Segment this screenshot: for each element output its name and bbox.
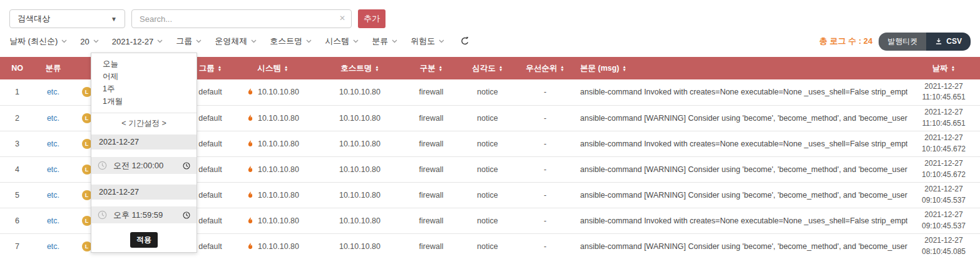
filter-date[interactable]: 2021-12-27 [112,37,163,46]
cell-system: 10.10.10.80 [230,233,316,259]
filter-hostname[interactable]: 호스트명 [270,36,312,47]
search-target-select[interactable]: 검색대상 ▼ [9,9,125,28]
chevron-down-icon [353,39,359,43]
filter-risk[interactable]: 위험도 [411,36,444,47]
chevron-down-icon [392,39,397,43]
cell-category: etc. [34,208,72,233]
filter-page-size[interactable]: 20 [80,37,98,46]
quick-option-week[interactable]: 1주 [91,82,197,94]
cell-date: 2021-12-2709:10:45.537 [907,208,980,233]
csv-download-button[interactable]: CSV [926,33,971,51]
cell-category: etc. [34,233,72,259]
chevron-down-icon [251,39,257,43]
cell-no: 4 [0,156,34,182]
filter-os[interactable]: 운영체제 [215,36,257,47]
filter-sort-date[interactable]: 날짜 (최신순) [9,36,67,47]
cell-category: etc. [34,182,72,208]
cell-type: firewall [404,79,459,105]
time-picker-icon[interactable] [183,211,190,219]
start-time-value: 오전 12:00:00 [113,160,163,171]
col-header-type[interactable]: 구분▲▼ [404,57,459,79]
start-date-input[interactable]: 2021-12-27 [91,135,197,150]
cell-date: 2021-12-2708:10:45.085 [907,233,980,259]
cell-system: 10.10.10.80 [230,182,316,208]
col-header-priority[interactable]: 우선순위▲▼ [516,57,574,79]
end-date-input[interactable]: 2021-12-27 [91,185,197,200]
category-link[interactable]: etc. [47,88,59,96]
category-link[interactable]: etc. [47,242,59,251]
chevron-down-icon [157,39,163,43]
filter-category[interactable]: 분류 [372,36,397,47]
cell-category: etc. [34,79,72,105]
quick-option-yesterday[interactable]: 어제 [91,69,197,82]
cell-priority: - [516,156,574,182]
flame-icon [247,191,254,200]
category-link[interactable]: etc. [47,165,59,174]
col-header-date[interactable]: 날짜▲▼ [907,57,980,79]
clear-search-icon[interactable]: ✕ [339,14,345,23]
apply-button[interactable]: 적용 [130,232,158,248]
cell-date: 2021-12-2710:10:45.672 [907,131,980,156]
cell-date: 2021-12-2710:10:45.672 [907,156,980,182]
category-link[interactable]: etc. [47,140,59,148]
time-picker-icon[interactable] [183,162,190,170]
cell-severity: notice [459,233,516,259]
quick-option-month[interactable]: 1개월 [91,94,197,107]
cell-severity: notice [459,208,516,233]
cell-host: 10.10.10.80 [316,233,404,259]
cell-category: etc. [34,105,72,131]
col-header-category[interactable]: 분류 [34,57,72,79]
filter-system[interactable]: 시스템 [325,36,359,47]
cell-msg: ansible-command [WARNING] Consider using… [574,182,907,208]
cell-date: 2021-12-2709:10:45.537 [907,182,980,208]
cell-msg: ansible-command [WARNING] Consider using… [574,233,907,259]
cell-priority: - [516,233,574,259]
cell-severity: notice [459,105,516,131]
col-header-no[interactable]: NO [0,57,34,79]
cell-host: 10.10.10.80 [316,182,404,208]
range-title: < 기간설정 > [91,118,197,130]
clock-icon [98,161,107,170]
cell-msg: ansible-command Invoked with creates=Non… [574,79,907,105]
quick-option-today[interactable]: 오늘 [91,57,197,69]
cell-system: 10.10.10.80 [230,208,316,233]
caret-down-icon: ▼ [111,16,117,23]
col-header-system[interactable]: 시스템▲▼ [230,57,316,79]
filter-group[interactable]: 그룹 [176,36,202,47]
search-box: ✕ [131,9,352,28]
flame-icon [247,242,254,251]
add-button[interactable]: 추가 [358,9,385,28]
topbar: 검색대상 ▼ ✕ 추가 [0,0,980,28]
cell-type: firewall [404,182,459,208]
refresh-icon[interactable] [460,36,470,46]
sort-icon: ▲▼ [439,65,442,72]
end-time-input[interactable]: 오후 11:59:59 [91,206,197,223]
cell-msg: ansible-command Invoked with creates=Non… [574,208,907,233]
cell-msg: ansible-command [WARNING] Consider using… [574,105,907,131]
sort-icon: ▲▼ [284,65,288,72]
cell-category: etc. [34,156,72,182]
clock-icon [98,210,107,220]
search-input[interactable] [131,9,352,28]
cell-no: 7 [0,233,34,259]
cell-no: 2 [0,105,34,131]
cell-type: firewall [404,131,459,156]
chevron-down-icon [61,39,67,43]
cell-severity: notice [459,156,516,182]
chevron-down-icon [306,39,312,43]
download-icon [935,38,942,45]
cell-type: firewall [404,233,459,259]
sort-icon: ▲▼ [218,65,222,72]
end-time-value: 오후 11:59:59 [113,210,163,221]
cell-priority: - [516,131,574,156]
start-time-input[interactable]: 오전 12:00:00 [91,157,197,174]
cell-host: 10.10.10.80 [316,208,404,233]
col-header-host[interactable]: 호스트명▲▼ [316,57,404,79]
category-link[interactable]: etc. [47,216,59,225]
category-link[interactable]: etc. [47,191,59,200]
col-header-severity[interactable]: 심각도▲▼ [459,57,516,79]
col-header-msg[interactable]: 본문 (msg)▲▼ [574,57,907,79]
issue-ticket-button[interactable]: 발행티켓 [879,33,926,51]
chevron-down-icon [196,39,202,43]
category-link[interactable]: etc. [47,114,59,123]
